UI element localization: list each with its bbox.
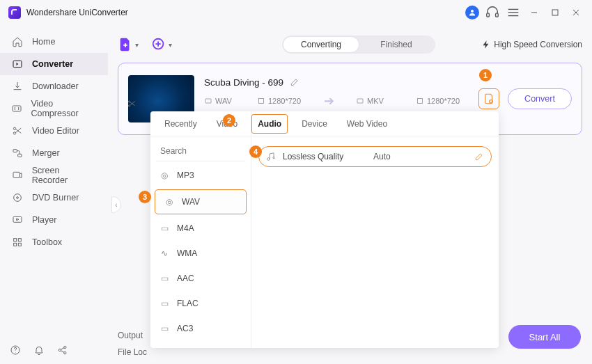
hamburger-icon[interactable] — [506, 5, 521, 20]
sidebar-item-editor[interactable]: Video Editor — [0, 120, 108, 142]
src-resolution: 1280*720 — [268, 97, 301, 105]
file-badge-icon: ▭ — [159, 223, 170, 234]
tab-recently[interactable]: Recently — [159, 115, 203, 133]
sidebar-item-recorder[interactable]: Screen Recorder — [0, 164, 108, 187]
sidebar-item-dvd[interactable]: DVD Burner — [0, 187, 108, 209]
maximize-icon[interactable] — [547, 5, 563, 20]
svg-point-41 — [273, 157, 274, 159]
convert-button[interactable]: Convert — [508, 88, 572, 109]
sidebar-item-downloader[interactable]: Downloader — [0, 75, 108, 97]
format-item-ac3[interactable]: ▭AC3 — [150, 316, 251, 341]
add-url-button[interactable]: ▾ — [151, 37, 172, 52]
svg-rect-31 — [205, 99, 211, 103]
trim-icon[interactable] — [124, 96, 139, 111]
compressor-icon — [11, 102, 22, 115]
quality-value: Auto — [373, 152, 391, 161]
svg-rect-22 — [18, 239, 21, 242]
format-item-aac[interactable]: ▭AAC — [150, 266, 251, 291]
sidebar: Home Converter Downloader Video Compress… — [0, 25, 108, 364]
svg-point-0 — [471, 10, 474, 13]
file-flac-icon: ▭ — [159, 298, 170, 309]
svg-rect-34 — [418, 99, 423, 104]
headset-icon[interactable] — [485, 5, 500, 20]
app-logo-icon — [8, 6, 21, 19]
start-all-button[interactable]: Start All — [508, 325, 581, 349]
format-item-mp3[interactable]: ◎MP3 — [150, 163, 251, 188]
src-format: WAV — [215, 97, 232, 105]
svg-point-29 — [64, 351, 66, 354]
format-item-m4a[interactable]: ▭M4A — [150, 216, 251, 241]
account-icon[interactable] — [465, 6, 479, 19]
sidebar-footer — [8, 343, 70, 357]
download-icon — [11, 80, 24, 93]
edit-quality-icon[interactable] — [474, 152, 484, 161]
sidebar-item-player[interactable]: Player — [0, 209, 108, 231]
sidebar-item-home[interactable]: Home — [0, 31, 108, 53]
file-badge-icon: ▭ — [159, 273, 170, 284]
share-icon[interactable] — [56, 343, 70, 357]
player-icon — [11, 214, 24, 226]
svg-point-17 — [14, 194, 22, 202]
high-speed-label: High Speed Conversion — [494, 40, 582, 49]
sidebar-item-converter[interactable]: Converter — [0, 53, 108, 75]
bell-icon[interactable] — [32, 343, 46, 357]
output-settings-button[interactable] — [478, 88, 499, 109]
sidebar-item-compressor[interactable]: Video Compressor — [0, 97, 108, 120]
svg-rect-14 — [13, 150, 17, 152]
quality-label: Lossless Quality — [283, 152, 366, 161]
svg-rect-33 — [357, 99, 363, 103]
svg-rect-1 — [487, 13, 490, 17]
dst-format: MKV — [367, 97, 384, 105]
close-icon[interactable] — [568, 5, 584, 20]
svg-rect-11 — [13, 106, 21, 111]
high-speed-toggle[interactable]: High Speed Conversion — [481, 40, 582, 49]
svg-rect-15 — [18, 154, 22, 157]
sidebar-item-label: Downloader — [32, 81, 79, 91]
format-item-wav[interactable]: ◎WAV — [155, 189, 247, 214]
chevron-down-icon: ▾ — [135, 41, 139, 49]
svg-point-18 — [17, 197, 19, 199]
svg-rect-21 — [14, 239, 17, 242]
sidebar-item-label: Converter — [32, 59, 73, 69]
disc-icon: ◎ — [159, 170, 170, 181]
file-wave-icon: ∿ — [159, 248, 170, 259]
format-search[interactable] — [156, 141, 245, 161]
minimize-icon[interactable] — [527, 5, 542, 20]
format-label: FLAC — [177, 299, 198, 308]
search-input[interactable] — [160, 146, 251, 156]
svg-point-37 — [128, 101, 130, 102]
rename-icon[interactable] — [289, 77, 300, 88]
help-icon[interactable] — [8, 343, 22, 357]
sidebar-item-label: Player — [32, 215, 56, 225]
convert-arrow-icon: ➔ — [324, 93, 352, 109]
file-title: Scuba Diving - 699 — [204, 77, 283, 88]
format-item-wma[interactable]: ∿WMA — [150, 241, 251, 266]
svg-marker-20 — [17, 219, 19, 221]
sidebar-item-label: Merger — [32, 148, 60, 158]
callout-badge-2: 2 — [223, 114, 235, 127]
callout-badge-4: 4 — [249, 145, 262, 158]
format-popover: Recently Video Audio Device Web Video ◎M… — [150, 111, 499, 348]
tab-finished[interactable]: Finished — [359, 37, 434, 52]
svg-rect-23 — [14, 243, 17, 246]
dst-resolution: 1280*720 — [427, 97, 460, 105]
grid-icon — [11, 236, 24, 248]
status-segmented: Converting Finished — [282, 35, 435, 54]
sidebar-item-label: Video Compressor — [31, 99, 97, 118]
toolbar: ▾ ▾ Converting Finished High Speed Conve… — [118, 31, 582, 58]
sidebar-item-merger[interactable]: Merger — [0, 142, 108, 164]
format-label: AAC — [177, 274, 194, 283]
tab-converting[interactable]: Converting — [283, 37, 359, 52]
format-item-flac[interactable]: ▭FLAC — [150, 291, 251, 316]
format-label: MP3 — [177, 171, 194, 180]
svg-rect-16 — [13, 172, 20, 177]
quality-row[interactable]: Lossless Quality Auto — [258, 146, 492, 167]
svg-rect-32 — [259, 99, 264, 104]
sidebar-item-toolbox[interactable]: Toolbox — [0, 231, 108, 253]
add-file-button[interactable]: ▾ — [118, 37, 139, 52]
bottom-info: Output File Loc — [118, 331, 147, 357]
music-note-icon — [266, 152, 276, 161]
format-label: AC3 — [177, 324, 193, 333]
svg-point-26 — [15, 352, 16, 353]
format-label: M4A — [177, 223, 194, 233]
